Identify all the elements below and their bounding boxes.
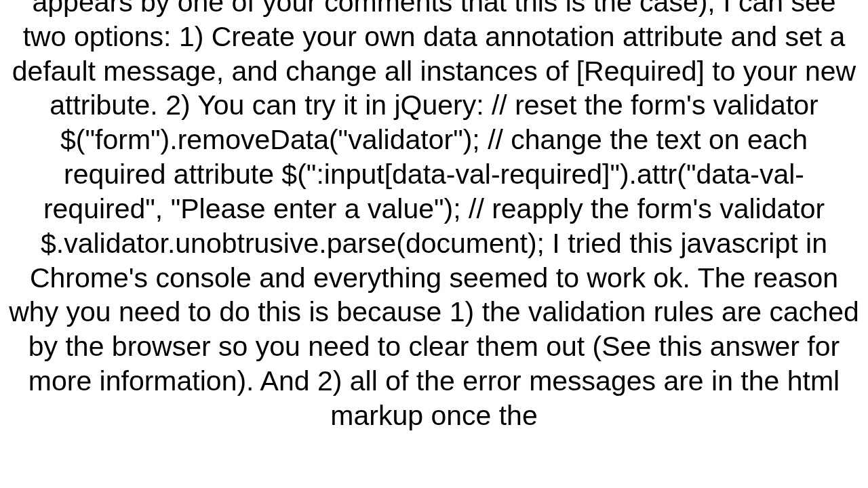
body-text: appears by one of your comments that thi… — [0, 0, 868, 433]
